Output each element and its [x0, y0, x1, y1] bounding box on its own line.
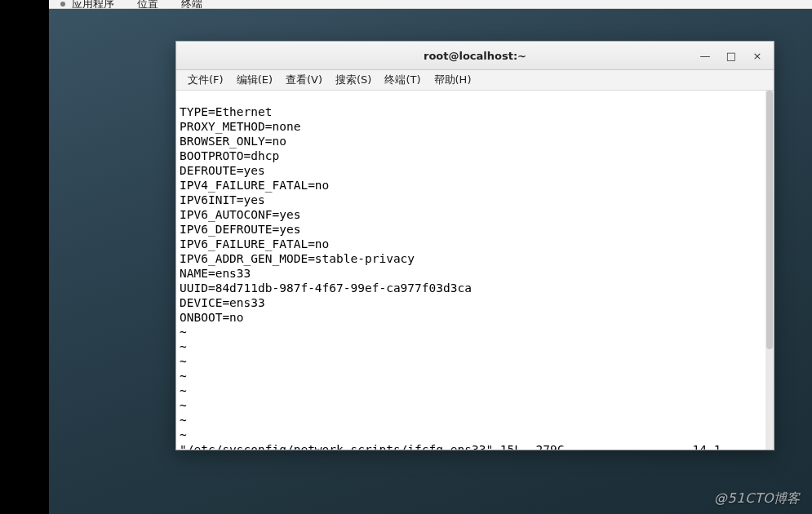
terminal-text[interactable]: TYPE=Ethernet PROXY_METHOD=none BROWSER_…	[176, 103, 774, 450]
panel-places[interactable]: 位置	[137, 0, 158, 9]
maximize-button[interactable]: □	[720, 47, 743, 64]
menu-view[interactable]: 查看(V)	[279, 71, 329, 89]
desktop: 应用程序 位置 终端 root@localhost:~ — □ × 文件(F) …	[49, 0, 812, 514]
terminal-body[interactable]: TYPE=Ethernet PROXY_METHOD=none BROWSER_…	[176, 91, 774, 450]
terminal-window: root@localhost:~ — □ × 文件(F) 编辑(E) 查看(V)…	[175, 41, 774, 450]
watermark: @51CTO博客	[714, 490, 801, 507]
scrollbar[interactable]	[765, 91, 774, 450]
panel-terminal[interactable]: 终端	[181, 0, 202, 9]
left-black-strip	[0, 0, 49, 514]
menu-terminal[interactable]: 终端(T)	[378, 71, 427, 89]
panel-apps[interactable]: 应用程序	[72, 0, 114, 9]
menu-edit[interactable]: 编辑(E)	[230, 71, 279, 89]
menu-file[interactable]: 文件(F)	[181, 71, 230, 89]
titlebar[interactable]: root@localhost:~ — □ ×	[176, 42, 774, 70]
menu-help[interactable]: 帮助(H)	[428, 71, 478, 89]
close-button[interactable]: ×	[746, 47, 769, 64]
menubar: 文件(F) 编辑(E) 查看(V) 搜索(S) 终端(T) 帮助(H)	[176, 70, 774, 91]
menu-search[interactable]: 搜索(S)	[329, 71, 378, 89]
window-buttons: — □ ×	[690, 42, 769, 69]
minimize-button[interactable]: —	[694, 47, 717, 64]
panel-dot-icon	[60, 2, 65, 7]
top-panel: 应用程序 位置 终端	[49, 0, 812, 9]
scrollbar-thumb[interactable]	[766, 91, 773, 349]
window-title: root@localhost:~	[176, 50, 774, 62]
